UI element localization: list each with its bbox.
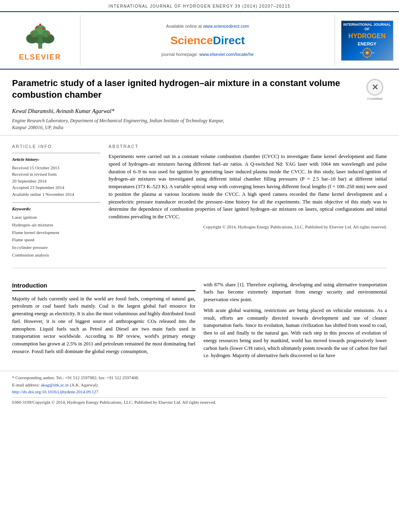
journal-cover-image: International Journal of HYDROGEN ENERGY	[341, 21, 393, 61]
article-title: Parametric study of a laser ignited hydr…	[12, 78, 387, 101]
article-title-section: Parametric study of a laser ignited hydr…	[0, 70, 399, 135]
author-names: Kewal Dharamshi, Avinash Kumar Agarwal*	[12, 107, 387, 115]
svg-point-7	[36, 26, 38, 29]
article-info-abstract: ARTICLE INFO Article history: Received 1…	[0, 136, 399, 263]
affiliation-line2: Kanpur 208016, UP, India	[12, 124, 387, 131]
footer-corresponding: * Corresponding author. Tel.: +91 512 25…	[12, 374, 387, 396]
svg-point-11	[39, 24, 41, 26]
intro-col-left: Introduction Majority of fuels currently…	[12, 281, 195, 363]
elsevier-logo-section: ELSEVIER	[0, 15, 80, 66]
journal-cover-hy: HYDROGEN	[348, 32, 385, 41]
banner-text: INTERNATIONAL JOURNAL OF HYDROGEN ENERGY…	[109, 4, 291, 8]
affiliation-line1: Engine Research Laboratory, Department o…	[12, 117, 387, 124]
svg-point-14	[366, 52, 368, 54]
keyword-5: In-cylinder pressure	[12, 244, 101, 251]
journal-cover-energy: ENERGY	[358, 41, 376, 47]
crossmark-circle: ✕	[366, 79, 383, 96]
section-divider	[12, 268, 387, 268]
received-revised-date: 20 September 2014	[12, 178, 101, 185]
crossmark-label: CrossMark	[367, 97, 383, 101]
received-revised-label: Received in revised form	[12, 171, 101, 178]
received-date: Received 15 October 2013	[12, 164, 101, 171]
journal-banner: INTERNATIONAL JOURNAL OF HYDROGEN ENERGY…	[0, 0, 399, 12]
footer-copyright: 0360-3199/Copyright © 2014, Hydrogen Ene…	[12, 397, 387, 405]
elsevier-wordmark: ELSEVIER	[19, 52, 61, 62]
footer-doi-link[interactable]: http://dx.doi.org/10.1016/j.ijhydene.201…	[12, 389, 99, 394]
elsevier-logo: ELSEVIER	[19, 18, 61, 62]
abstract-paragraph: Experiments were carried out in a consta…	[109, 153, 387, 221]
available-online-label: Available online at www.sciencedirect.co…	[166, 23, 249, 29]
intro-paragraph-2: with 87% share [1]. Therefore exploring,…	[204, 281, 387, 360]
sciencedirect-url[interactable]: www.sciencedirect.com	[203, 24, 249, 29]
keyword-3: Flame kernel development	[12, 229, 101, 236]
keyword-4: Flame speed	[12, 236, 101, 244]
journal-homepage-url[interactable]: www.elsevier.com/locate/he	[200, 52, 254, 57]
sciencedirect-logo: ScienceDirect	[170, 33, 245, 48]
abstract-copyright: Copyright © 2014, Hydrogen Energy Public…	[109, 224, 387, 230]
keyword-6: Combustion analysis	[12, 251, 101, 259]
journal-homepage: journal homepage: www.elsevier.com/locat…	[161, 51, 253, 58]
journal-cover-graphic	[355, 47, 379, 59]
history-label: Article history:	[12, 156, 101, 162]
keyword-2: Hydrogen–air mixtures	[12, 221, 101, 229]
article-info-heading: ARTICLE INFO	[12, 144, 101, 150]
intro-paragraph-1: Majority of fuels currently used in the …	[12, 295, 195, 355]
available-online-date: Available online 1 November 2014	[12, 191, 101, 198]
article-history: Article history: Received 15 October 201…	[12, 153, 101, 197]
introduction-heading: Introduction	[12, 281, 195, 291]
sd-science-text: Science	[170, 34, 213, 47]
keywords-label: Keywords:	[12, 206, 101, 212]
intro-col-right: with 87% share [1]. Therefore exploring,…	[204, 281, 387, 363]
abstract-text: Experiments were carried out in a consta…	[109, 153, 387, 230]
elsevier-tree-icon	[20, 18, 60, 51]
accepted-date: Accepted 23 September 2014	[12, 184, 101, 191]
article-info-column: ARTICLE INFO Article history: Received 1…	[12, 140, 101, 259]
introduction-section	[0, 273, 399, 281]
svg-point-6	[42, 30, 50, 37]
svg-point-10	[47, 35, 49, 37]
page-footer: * Corresponding author. Tel.: +91 512 25…	[0, 371, 399, 409]
journal-cover-section: International Journal of HYDROGEN ENERGY	[335, 15, 399, 66]
journal-header: ELSEVIER Available online at www.science…	[0, 12, 399, 70]
crossmark-badge[interactable]: ✕ CrossMark	[363, 78, 387, 102]
sd-direct-text: Direct	[213, 34, 245, 47]
svg-point-9	[31, 35, 33, 37]
svg-point-8	[42, 27, 45, 30]
sciencedirect-section: Available online at www.sciencedirect.co…	[80, 15, 335, 66]
abstract-column: ABSTRACT Experiments were carried out in…	[109, 140, 387, 259]
footer-email-link[interactable]: akag@iitk.ac.in	[41, 382, 68, 387]
introduction-content: Introduction Majority of fuels currently…	[0, 281, 399, 367]
keyword-1: Laser ignition	[12, 214, 101, 221]
keywords-section: Keywords: Laser ignition Hydrogen–air mi…	[12, 202, 101, 259]
abstract-heading: ABSTRACT	[109, 144, 387, 150]
journal-cover-title: International Journal of	[343, 23, 391, 31]
crossmark-icon: ✕	[372, 82, 378, 93]
svg-point-5	[30, 30, 38, 37]
